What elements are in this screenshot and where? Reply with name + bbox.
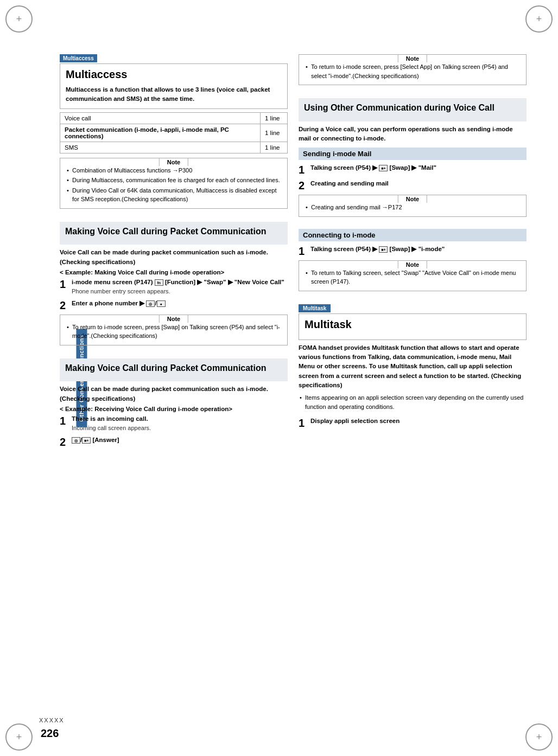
step-1: 1 i-mode menu screen (P147) fn [Function…: [60, 278, 288, 296]
connecting-imode-header: Connecting to i-mode: [299, 229, 527, 241]
page-number: 226: [41, 727, 59, 740]
note-tag: Note: [159, 158, 188, 166]
step-main: Display appli selection screen: [310, 417, 527, 426]
making-voice-call-2-desc: Voice Call can be made during packet com…: [60, 385, 288, 403]
making-voice-call-1-title: Making Voice Call during Packet Communic…: [65, 226, 282, 238]
step-sub: Phone number entry screen appears.: [72, 287, 288, 296]
table-row: Voice call 1 line: [60, 112, 288, 124]
note-tag: Note: [398, 195, 427, 203]
multitask-desc: FOMA handset provides Multitask function…: [299, 343, 527, 390]
multiaccess-section: Multiaccess Multiaccess Multiaccess is a…: [60, 54, 288, 209]
table-cell-label: Packet communication (i-mode, i-appli, i…: [60, 124, 261, 142]
step-content: Enter a phone number ▶ ◎/●: [72, 299, 288, 308]
multiaccess-description: Multiaccess is a function that allows to…: [66, 85, 282, 104]
making-voice-call-1-example: < Example: Making Voice Call during i-mo…: [60, 269, 288, 276]
right-column: Note To return to i-mode screen, press […: [299, 54, 527, 451]
note-item: To return to Talking screen, select "Swa…: [305, 268, 521, 286]
using-other-comm-box: Using Other Communication during Voice C…: [299, 98, 527, 121]
step-1: 1 Talking screen (P54) ▶ ■+ [Swap] ▶ "i-…: [299, 245, 527, 258]
connecting-imode-section: Connecting to i-mode 1 Talking screen (P…: [299, 229, 527, 291]
note-tag: Note: [398, 260, 427, 268]
left-column: Multiaccess Multiaccess Multiaccess is a…: [60, 54, 288, 451]
step-content: Talking screen (P54) ▶ ■+ [Swap] ▶ "i-mo…: [310, 245, 527, 254]
xxxxx-label: XXXXX: [39, 717, 65, 723]
table-row: Packet communication (i-mode, i-appli, i…: [60, 124, 288, 142]
corner-decoration-tr: [525, 5, 553, 33]
making-voice-call-1-box: Making Voice Call during Packet Communic…: [60, 222, 288, 245]
function-icon: fn: [155, 279, 163, 286]
step-1: 1 There is an incoming call. Incoming ca…: [60, 414, 288, 433]
step-num: 1: [60, 414, 72, 427]
making-voice-call-2-title: Making Voice Call during Packet Communic…: [65, 363, 282, 374]
making-voice-call-2-example: < Example: Receiving Voice Call during i…: [60, 406, 288, 412]
step-1: 1 Display appli selection screen: [299, 417, 527, 430]
step-content: Display appli selection screen: [310, 417, 527, 426]
swap-icon: ■+: [379, 165, 388, 171]
note-content: To return to Talking screen, select "Swa…: [305, 268, 521, 286]
step-num: 2: [299, 179, 310, 192]
table-cell-value: 1 line: [261, 124, 288, 142]
making-voice-call-1-desc: Voice Call can be made during packet com…: [60, 248, 288, 267]
step-content: i-mode menu screen (P147) fn [Function] …: [72, 278, 288, 296]
table-cell-label: Voice call: [60, 112, 261, 124]
using-other-comm-section: Using Other Communication during Voice C…: [299, 98, 527, 291]
multiaccess-box: Multiaccess Multiaccess is a function th…: [60, 63, 288, 109]
making-voice-call-2-section: Making Voice Call during Packet Communic…: [60, 358, 288, 449]
step-2: 2 ◎/■+ [Answer]: [60, 435, 288, 449]
multitask-title: Multitask: [305, 318, 521, 331]
step-num: 2: [60, 435, 72, 449]
dial-icon: ◎: [146, 300, 155, 307]
note-item: To return to i-mode screen, press [Swap]…: [66, 323, 282, 341]
table-cell-label: SMS: [60, 142, 261, 153]
using-other-comm-desc: During a Voice call, you can perform ope…: [299, 125, 527, 144]
table-cell-value: 1 line: [261, 142, 288, 153]
step-1: 1 Talking screen (P54) ▶ ■+ [Swap] ▶ "Ma…: [299, 163, 527, 176]
note-content: Creating and sending mail →P172: [305, 203, 521, 212]
step-main: Talking screen (P54) ▶ ■+ [Swap] ▶ "Mail…: [310, 163, 527, 172]
multitask-note-item: Items appearing on an appli selection sc…: [299, 393, 527, 411]
step-num: 1: [299, 163, 310, 176]
note-item: Combination of Multiaccess functions →P3…: [66, 166, 282, 175]
step-content: Creating and sending mail: [310, 179, 527, 188]
send-icon: ●: [157, 300, 166, 307]
connecting-imode-note: Note To return to Talking screen, select…: [299, 260, 527, 291]
note-item: Creating and sending mail →P172: [305, 203, 521, 212]
step-num: 2: [60, 299, 72, 312]
making-voice-call-1-section: Making Voice Call during Packet Communic…: [60, 222, 288, 345]
making-voice-call-2-box: Making Voice Call during Packet Communic…: [60, 358, 288, 382]
multitask-tag: Multitask: [299, 304, 331, 312]
step-content: There is an incoming call. Incoming call…: [72, 414, 288, 433]
note-item: To return to i-mode screen, press [Selec…: [305, 62, 521, 80]
corner-decoration-bl: [5, 723, 33, 751]
step-sub: Incoming call screen appears.: [72, 424, 288, 433]
multiaccess-note: Note Combination of Multiaccess function…: [60, 158, 288, 209]
dial-icon: ◎: [72, 437, 80, 444]
step-main: Talking screen (P54) ▶ ■+ [Swap] ▶ "i-mo…: [310, 245, 527, 254]
multitask-section: Multitask Multitask FOMA handset provide…: [299, 304, 527, 430]
swap-icon: ■+: [379, 246, 388, 253]
using-other-comm-title: Using Other Communication during Voice C…: [304, 102, 521, 114]
corner-decoration-br: [525, 723, 553, 751]
table-row: SMS 1 line: [60, 142, 288, 153]
answer-icon: ■+: [82, 437, 91, 444]
step-main: Creating and sending mail: [310, 179, 527, 188]
step-content: ◎/■+ [Answer]: [72, 435, 288, 445]
note-content: To return to i-mode screen, press [Swap]…: [66, 323, 282, 341]
sending-imode-header: Sending i-mode Mail: [299, 148, 527, 160]
corner-decoration-tl: [5, 5, 33, 33]
step-num: 1: [60, 278, 72, 291]
table-cell-value: 1 line: [261, 112, 288, 124]
note-content: To return to i-mode screen, press [Selec…: [305, 62, 521, 80]
step-main: There is an incoming call.: [72, 414, 288, 424]
top-note: Note To return to i-mode screen, press […: [299, 54, 527, 85]
step-main: i-mode menu screen (P147) fn [Function] …: [72, 278, 288, 287]
step-main: ◎/■+ [Answer]: [72, 435, 288, 445]
step-num: 1: [299, 417, 310, 430]
step-2: 2 Enter a phone number ▶ ◎/●: [60, 299, 288, 312]
sending-imode-section: Sending i-mode Mail 1 Talking screen (P5…: [299, 148, 527, 217]
note-item: During Video Call or 64K data communicat…: [66, 186, 282, 204]
note-tag: Note: [159, 315, 188, 323]
step-2: 2 Creating and sending mail: [299, 179, 527, 192]
note-tag: Note: [398, 54, 427, 62]
note-content: Combination of Multiaccess functions →P3…: [66, 166, 282, 204]
